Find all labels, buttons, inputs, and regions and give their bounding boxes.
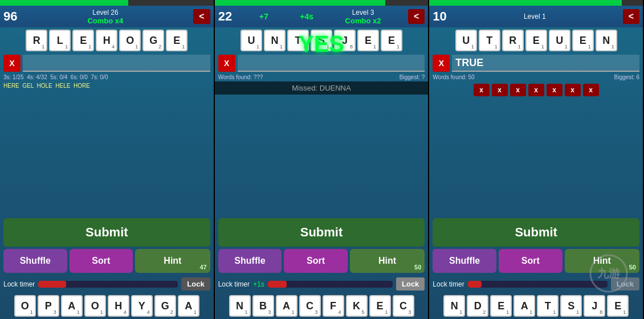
lock-button-1[interactable]: Lock (181, 277, 210, 291)
combo-2: Combo x2 (345, 17, 381, 25)
tile2-F[interactable]: F4 (323, 295, 344, 317)
sort-button-2[interactable]: Sort (284, 249, 348, 273)
clear-button-1[interactable]: X (3, 55, 21, 72)
shuffle-button-3[interactable]: Shuffle (433, 249, 496, 273)
tile-A[interactable]: A1 (61, 295, 83, 317)
tile-row-top-3: U1 T1 R1 E1 U1 E1 N1 (429, 27, 643, 54)
combo-1: Combo x4 (87, 17, 123, 25)
tile3-A[interactable]: A1 (513, 295, 535, 317)
tile2-A[interactable]: A1 (276, 295, 297, 317)
clear-button-2[interactable]: X (218, 55, 235, 72)
progress-bar-container-2 (215, 0, 429, 6)
tile3-T2[interactable]: T1 (537, 295, 559, 317)
tile-row-bottom-1: O1 P3 A1 O1 H4 Y4 G2 A1 (0, 293, 214, 319)
tile3-E3[interactable]: E1 (490, 295, 512, 317)
tile2-U[interactable]: U1 (241, 30, 262, 51)
tile-L[interactable]: L1 (49, 30, 71, 51)
tile-O2[interactable]: O1 (14, 295, 36, 317)
tile-H[interactable]: H4 (96, 30, 117, 51)
lock-row-1: Lock timer Lock (0, 275, 214, 293)
tile3-U2[interactable]: U1 (549, 30, 570, 51)
stats-row-3: Words found: 50 Biggest: 6 (429, 73, 643, 81)
panel-3: 10 Level 1 < U1 T1 R1 E1 U1 E1 N1 X Word… (429, 0, 644, 319)
tile-Y[interactable]: Y4 (131, 295, 153, 317)
lock-bar-container-1 (38, 281, 178, 288)
clear-button-3[interactable]: X (433, 55, 450, 72)
tile2-K[interactable]: K5 (346, 295, 368, 317)
tile2-S[interactable]: S1 (311, 30, 332, 51)
word-input-2[interactable] (238, 55, 425, 72)
lock-bar-container-2 (268, 281, 393, 288)
submit-button-2[interactable]: Submit (218, 218, 425, 247)
tile3-R[interactable]: R1 (502, 30, 524, 51)
progress-bar-1 (0, 0, 128, 6)
sort-button-3[interactable]: Sort (499, 249, 563, 273)
tile-row-bottom-2: N1 B3 A1 C3 F4 K5 E1 C3 (215, 293, 429, 319)
tile-E2[interactable]: E1 (166, 30, 188, 51)
hint-button-2[interactable]: Hint 50 (350, 249, 425, 273)
lock-label-1: Lock timer (3, 280, 35, 288)
submit-button-3[interactable]: Submit (433, 218, 639, 247)
action-row-2: Shuffle Sort Hint 50 (215, 249, 429, 275)
tile2-E1[interactable]: E1 (357, 30, 379, 51)
lock-bar-3 (468, 281, 482, 288)
tile3-S[interactable]: S1 (560, 295, 582, 317)
submit-button-1[interactable]: Submit (3, 218, 210, 247)
tile2-T[interactable]: T1 (287, 30, 309, 51)
header-1: 96 Level 26 Combo x4 < (0, 6, 214, 27)
word-input-1[interactable] (23, 55, 210, 72)
action-row-3: Shuffle Sort Hint 50 (429, 249, 643, 275)
tile-E1[interactable]: E1 (72, 30, 94, 51)
tile-G2[interactable]: G2 (154, 295, 176, 317)
tile2-C[interactable]: C3 (299, 295, 321, 317)
tile-O3[interactable]: O1 (84, 295, 106, 317)
missed-overlay-2: Missed: DUENNA (215, 81, 429, 95)
tile-G[interactable]: G2 (142, 30, 164, 51)
hint-button-3[interactable]: Hint 50 (565, 249, 640, 273)
tile3-N2[interactable]: N1 (443, 295, 465, 317)
lock-button-3[interactable]: Lock (611, 277, 639, 291)
stats-row-1: 3s: 1/25 4s: 4/32 5s: 0/4 6s: 0/0 7s: 0/… (0, 73, 214, 81)
tile2-E3[interactable]: E1 (369, 295, 391, 317)
tile3-U[interactable]: U1 (455, 30, 477, 51)
sort-button-1[interactable]: Sort (70, 249, 133, 273)
lock-bar-container-3 (468, 281, 608, 288)
tile2-B[interactable]: B3 (252, 295, 274, 317)
header-3: 10 Level 1 < (429, 6, 643, 27)
shuffle-button-2[interactable]: Shuffle (218, 249, 282, 273)
shuffle-button-1[interactable]: Shuffle (3, 249, 67, 273)
tile3-D[interactable]: D2 (467, 295, 488, 317)
score-3: 10 (433, 9, 446, 24)
level-combo-1: Level 26 Combo x4 (87, 9, 123, 25)
back-button-1[interactable]: < (193, 9, 210, 24)
x-mark-1: x (474, 84, 490, 96)
tile-P[interactable]: P3 (38, 295, 59, 317)
tile3-N[interactable]: N1 (596, 30, 617, 51)
x-mark-7: x (583, 84, 599, 96)
tile3-T[interactable]: T1 (479, 30, 500, 51)
hint-count-2: 50 (414, 264, 421, 271)
tile2-N2[interactable]: N1 (229, 295, 251, 317)
tile3-J[interactable]: J8 (584, 295, 605, 317)
word-row-1: X (0, 54, 214, 73)
tile2-J[interactable]: J8 (334, 30, 356, 51)
tile3-E1[interactable]: E1 (525, 30, 547, 51)
level-combo-3: Level 1 (524, 13, 546, 21)
word-input-3[interactable] (452, 55, 639, 72)
tile2-N[interactable]: N1 (264, 30, 286, 51)
hint-button-1[interactable]: Hint 47 (135, 249, 210, 273)
words-found-3: Words found: 50 (433, 74, 474, 80)
tile-O[interactable]: O1 (119, 30, 141, 51)
biggest-3: Biggest: 6 (614, 74, 639, 80)
back-button-3[interactable]: < (623, 9, 639, 24)
tile3-E2[interactable]: E1 (572, 30, 594, 51)
tile-H2[interactable]: H4 (108, 295, 129, 317)
tile-A2[interactable]: A1 (178, 295, 199, 317)
back-button-2[interactable]: < (408, 9, 425, 24)
tile-R[interactable]: R1 (26, 30, 47, 51)
tile2-E2[interactable]: E1 (381, 30, 402, 51)
tile2-C2[interactable]: C3 (393, 295, 414, 317)
lock-button-2[interactable]: Lock (396, 277, 425, 291)
x-mark-5: x (547, 84, 563, 96)
tile3-E4[interactable]: E1 (607, 295, 629, 317)
